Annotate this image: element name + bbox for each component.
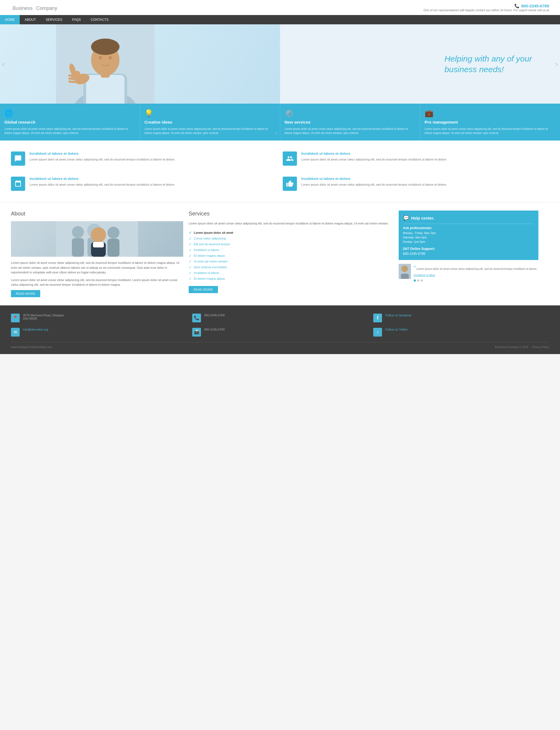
phone-subtext: One of our representatives will happily … [424, 8, 549, 12]
footer-facebook-link[interactable]: Follow on facebook [385, 314, 411, 317]
check-icon-6: ✓ [189, 259, 192, 264]
phone-icon-footer: 📞 [192, 314, 201, 322]
nav-services[interactable]: SERVICES [41, 15, 67, 24]
service-list-item-7: ✓ Quis nostrud exercitation [189, 264, 393, 270]
footer-copyright: Business Company © 2015 · Privacy Policy [495, 346, 549, 349]
feature-title-3: New services [285, 120, 416, 125]
feature-title-1: Global research [4, 120, 135, 125]
service-card-thumb: Incididunt ut labore et dolore Lorem ips… [283, 174, 549, 194]
nav-faqs[interactable]: FAQS [67, 15, 86, 24]
service-list-item-5: ✓ Et dolore magna aliqua [189, 253, 393, 259]
svg-rect-27 [401, 274, 409, 279]
feature-text-2: Lorem ipsum dolor sit amet conse ctetur … [144, 127, 275, 135]
nav-home[interactable]: HOME [0, 15, 20, 24]
check-icon-3: ✓ [189, 242, 192, 246]
service-card-text-1: Lorem ipsum dolor sit amet conse ctetur … [30, 157, 175, 162]
check-icon-7: ✓ [189, 265, 192, 269]
nav-about[interactable]: ABOUT [20, 15, 41, 24]
calendar-svg [14, 180, 22, 188]
main-content-section: About Lorem ipsum dolor sit amet cons [0, 202, 560, 305]
bubble-icon: 💬 [403, 215, 409, 221]
svg-point-26 [401, 265, 408, 272]
service-item-label-3: Elit sed do eiusmod tempor [194, 243, 230, 246]
service-card-content-4: Incididunt ut labore et dolore Lorem ips… [301, 177, 447, 187]
footer-twitter: t Follow on Twitter [373, 328, 549, 337]
footer-watermark: www.heritagechristiancollege.com [11, 346, 52, 349]
service-cards-section: Incididunt ut labore et dolore Lorem ips… [0, 141, 560, 202]
calendar-icon-box [11, 177, 25, 191]
logo-light: Company [36, 5, 57, 11]
feature-new-services: ⚙️ New services Lorem ipsum dolor sit am… [280, 104, 420, 141]
help-professionals-title: Ask professionals: [403, 226, 534, 230]
service-card-chat: Incididunt ut labore et dolore Lorem ips… [11, 149, 277, 168]
help-column: 💬 Help center. Ask professionals: Monday… [399, 211, 539, 297]
about-read-more-button[interactable]: READ MORE [11, 290, 40, 297]
svg-rect-24 [93, 242, 104, 247]
feature-text-4: Lorem ipsum dolor sit amet conse ctetur … [425, 127, 556, 135]
footer-email-link[interactable]: info@demolink.org [23, 328, 48, 331]
phone-icon: 📞 [514, 4, 520, 8]
privacy-link[interactable]: Privacy Policy [532, 346, 549, 349]
svg-point-20 [107, 227, 119, 239]
feature-title-4: Pro management [425, 120, 556, 125]
help-box: 💬 Help center. Ask professionals: Monday… [399, 211, 539, 260]
testimonial-dots [414, 279, 537, 282]
about-text-2: Lorem ipsum dolor sit amet conse ctetur … [11, 278, 183, 287]
service-item-label-4: Incididunt ut labore [194, 248, 219, 252]
footer-address: 📍 4578 Marmora Road, GlasgowD04 89GR [11, 314, 187, 322]
footer-address-text: 4578 Marmora Road, GlasgowD04 89GR [23, 314, 64, 320]
header-contact: 📞 800-2345-6789 One of our representativ… [424, 4, 549, 12]
avatar-svg [399, 264, 411, 279]
hero-image [56, 24, 154, 104]
footer-twitter-link[interactable]: Follow on Twitter [385, 328, 408, 331]
svg-point-7 [98, 56, 102, 60]
check-icon-5: ✓ [189, 254, 192, 258]
services-list: ✓ Lorem ipsum dolor sit amet ✓ Conse cte… [189, 230, 393, 282]
service-card-calendar: Incididunt ut labore et dolore Lorem ips… [11, 174, 277, 194]
help-hours: Monday - Friday: 8am-7pmSaturday: 8am-5p… [403, 231, 534, 244]
location-icon: 📍 [11, 314, 20, 322]
service-list-item-2: ✓ Conse ctetur adipisicing [189, 236, 393, 241]
footer-phone1-text: 800-2345-6789 [204, 314, 225, 317]
briefcase-icon: 💼 [425, 109, 556, 118]
logo: Business Company [11, 3, 57, 12]
svg-rect-17 [72, 238, 84, 257]
help-title: 💬 Help center. [403, 215, 534, 221]
about-text-1: Lorem ipsum dolor sit amet conse ctetur … [11, 261, 183, 275]
hero-heading-line1: Helping with any of your [444, 54, 532, 63]
quote-icon: " [414, 265, 416, 271]
nav-contacts[interactable]: CONTACTS [86, 15, 113, 24]
testimonial-link[interactable]: Incididunt ut labor [414, 273, 537, 277]
footer-phone2: 📠 800-2345-6790 [192, 328, 368, 337]
feature-pro-management: 💼 Pro management Lorem ipsum dolor sit a… [420, 104, 560, 141]
service-item-label-6: Ut enim ad minim veniam [194, 260, 228, 263]
main-nav: HOME ABOUT SERVICES FAQS CONTACTS [0, 15, 560, 24]
services-title: Services [189, 211, 393, 217]
people-icon-box [283, 151, 297, 166]
copyright-text: Business Company © 2015 [495, 346, 528, 349]
service-list-item-1: ✓ Lorem ipsum dolor sit amet [189, 230, 393, 236]
hero-heading: Helping with any of your business needs! [444, 53, 532, 75]
footer-facebook: f Follow on facebook [373, 314, 549, 322]
help-divider [403, 224, 534, 224]
site-header: Business Company 📞 800-2345-6789 One of … [0, 0, 560, 15]
dot-3 [421, 279, 423, 282]
service-item-label-5: Et dolore magna aliqua [194, 254, 225, 257]
hero-section: Helping with any of your business needs!… [0, 24, 560, 104]
svg-point-22 [91, 227, 106, 243]
service-list-item-9: ✓ Et dolore magna aliqua [189, 276, 393, 282]
hero-next-arrow[interactable]: › [555, 60, 558, 68]
service-card-title-3: Incididunt ut labore et dolore [30, 177, 175, 181]
help-phone: 800-2345-6789 [403, 252, 534, 256]
phone-number: 800-2345-6789 [521, 4, 549, 8]
testimonial-text: Lorem ipsum dolor sit amet conse ctetur … [416, 267, 537, 270]
footer-phone2-text: 800-2345-6790 [204, 328, 225, 331]
service-list-item-3: ✓ Elit sed do eiusmod tempor [189, 241, 393, 247]
services-read-more-button[interactable]: READ MORE [189, 286, 218, 293]
lightbulb-icon: 💡 [144, 109, 275, 118]
svg-point-8 [108, 56, 112, 60]
facebook-icon: f [373, 314, 382, 322]
hero-prev-arrow[interactable]: ‹ [2, 60, 5, 68]
hero-heading-line2: business needs! [444, 65, 504, 74]
service-item-label-9: Et dolore magna aliqua [194, 277, 225, 280]
